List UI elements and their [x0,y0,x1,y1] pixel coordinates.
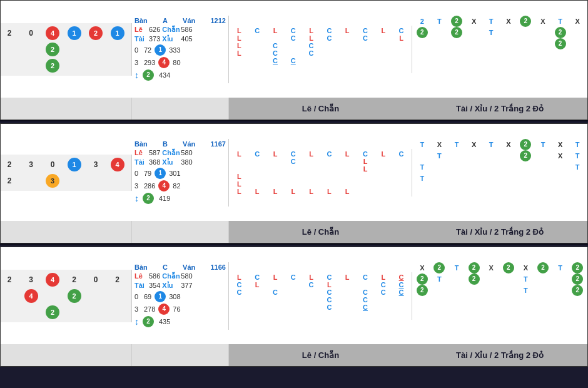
ball-2gc2: 2 [46,305,59,319]
footer-lc-b: Lê / Chẵn [229,221,412,243]
tai-label-a: Tài [134,35,147,43]
val308-c: 308 [169,293,180,300]
balls-panel-a: 2 0 4 1 2 1 2 2 [1,23,132,76]
lc-r4c5: C [302,49,320,57]
val435-c: 435 [159,318,170,325]
lc-r2c1: L [230,34,248,42]
stats-panel-a: Bàn A Ván 1212 Lê 626 Chẵn 586 Tài 373 X… [132,16,229,83]
le-label-c: Lê [134,272,147,280]
chan-label-b: Chẵn [162,149,181,157]
val69-c: 69 [144,293,151,300]
chan-val-a: 586 [181,26,192,33]
val72-a: 72 [144,46,151,54]
lc-h5: L [302,27,320,34]
lc-r5c9 [374,57,392,64]
lc-r2c7 [338,34,357,42]
tx-r2c10 [569,27,586,38]
tx-h1: 2 [413,16,431,27]
lc-panel-b: L C L C L C L C L C C [229,149,412,197]
le-label-b: Lê [134,149,147,156]
lc-r6c9 [374,64,392,72]
lc-r6c5 [302,64,320,72]
ball-2: 2 [3,26,16,40]
ban-value-b: B [163,140,168,148]
ball-1b2: 1 [111,26,124,40]
lc-r3c2 [248,42,266,49]
lc-r2c6: C [320,34,338,42]
tx-r2c1: 2 [413,27,431,38]
tx-h10: X [569,16,586,27]
lc-h7: L [338,27,357,34]
tx-r2c8 [534,27,552,38]
ball4-b: 4 [158,180,170,191]
lc-r4c7 [338,49,357,57]
van-label-c: Ván [183,263,195,271]
lc-r3c6 [320,42,338,49]
ball-2b2: 2 [3,174,16,188]
ball-3y: 3 [46,174,59,188]
tx-r2c5: T [482,27,500,38]
lc-r3c9 [374,42,392,49]
zero-c: 0 [134,293,142,300]
ball-2c2: 2 [68,273,81,287]
xiu-val-b: 380 [181,158,192,166]
footer-tx-a: Tài / Xỉu / 2 Trắng 2 Đỏ [412,98,587,120]
lc-h8: C [357,27,375,34]
ball-1b: 1 [68,26,81,40]
lc-r2c10: L [392,34,410,42]
lc-panel-c: L C L C L C L C L C C L C L [229,272,412,320]
val434-a: 434 [159,71,170,79]
lc-r5c2 [248,57,266,64]
lc-r3c4 [284,42,302,49]
ball2-b: 2 [143,193,154,204]
ball-2gc: 2 [68,289,81,303]
balls-panel-b: 2 3 0 1 3 4 2 3 [1,155,132,191]
lc-r3c7 [338,42,357,49]
lc-r6c8 [357,64,375,72]
tx-h3: 2 [448,16,465,27]
lc-r6c3 [266,64,285,72]
footer-tx-b: Tài / Xỉu / 2 Trắng 2 Đỏ [412,221,587,243]
lc-r5c4: C [284,57,302,64]
val278-c: 278 [144,305,155,313]
ban-label-a: Bàn [134,17,148,24]
ball-2g2: 2 [46,59,59,73]
tx-panel-a: 2 T 2 X T X 2 X T X 2 2 T [412,14,587,84]
section-c: 2 3 4 2 0 2 4 2 2 Bàn C Ván [0,247,588,367]
lc-r4c6 [320,49,338,57]
ban-label-c: Bàn [134,263,148,271]
ball-0: 0 [24,26,38,40]
sort-icon-c: ↕ [134,317,139,327]
ball-2b: 2 [3,158,16,171]
lc-r6c1 [230,64,248,72]
balls-panel-c: 2 3 4 2 0 2 4 2 2 [1,270,132,322]
lc-r3c10 [392,42,410,49]
footer-lc-a: Lê / Chẵn [229,98,412,120]
ban-value-a: A [163,17,168,24]
tai-val-a: 373 [149,35,160,43]
ball-0b: 0 [46,158,59,171]
tx-r3c3 [448,38,465,49]
tx-r2c2 [431,27,449,38]
lc-h9: L [374,27,392,34]
van-label-b: Ván [183,140,195,148]
ball-2r: 2 [89,26,103,40]
lc-r2c3 [266,34,285,42]
xiu-val-c: 377 [181,282,192,289]
lc-r5c3: C [266,57,285,64]
stats-panel-c: Bàn C Ván 1166 Lê 586 Chẵn 580 Tài 354 X… [132,262,229,330]
ball-1b-b: 1 [68,158,81,171]
ball1-a: 1 [155,44,166,56]
lc-r6c7 [338,64,357,72]
lc-r3c8 [357,42,375,49]
footer-tx-c: Tài / Xỉu / 2 Trắng 2 Đỏ [412,344,587,366]
lc-r5c7 [338,57,357,64]
val76-c: 76 [173,305,180,313]
lc-r3c3: C [266,42,285,49]
lc-r3c1: L [230,42,248,49]
section-b: 2 3 0 1 3 4 2 3 Bàn B Ván 1167 [0,123,588,243]
section-a: 2 0 4 1 2 1 2 2 Bàn A Ván 1212 [0,0,588,120]
ball-4b: 4 [111,158,124,171]
tx-h8: X [534,16,552,27]
lc-r2c5: L [302,34,320,42]
